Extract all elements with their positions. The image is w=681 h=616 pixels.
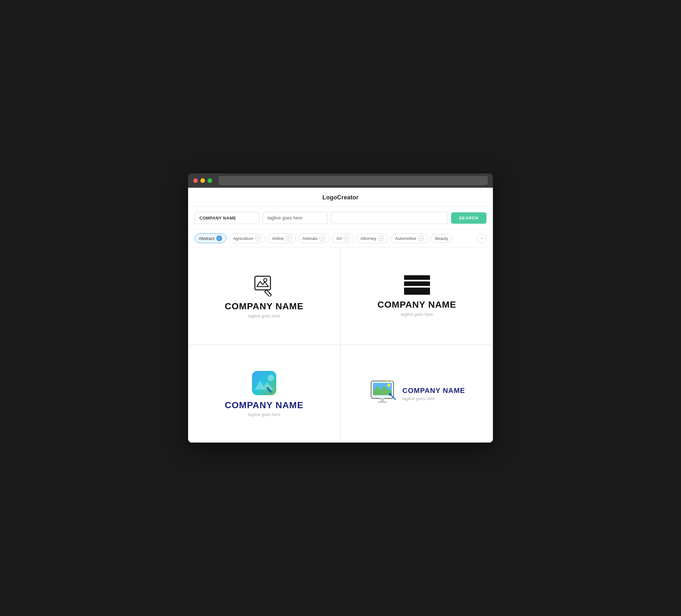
svg-rect-13 xyxy=(381,398,384,401)
filter-chip-abstract[interactable]: Abstract ✓ xyxy=(195,233,226,243)
svg-rect-0 xyxy=(255,276,271,290)
svg-point-1 xyxy=(263,279,267,282)
logo3-company-name: COMPANY NAME xyxy=(225,401,304,410)
logo-card-3[interactable]: COMPANY NAME tagline goes here xyxy=(188,345,340,442)
logo4-text-area: COMPANY NAME tagline goes here xyxy=(402,387,465,401)
minimize-button[interactable] xyxy=(200,178,205,183)
filter-chip-animals[interactable]: Animals ✓ xyxy=(298,233,329,243)
monitor-icon: ★ ★ xyxy=(369,379,398,409)
logo-card-2[interactable]: COMPANY NAME tagline goes here xyxy=(341,247,493,344)
stack-line-2 xyxy=(404,281,430,286)
logo2-company-name: COMPANY NAME xyxy=(377,300,456,310)
filter-label-automotive: Automotive xyxy=(395,236,416,241)
svg-point-10 xyxy=(387,384,390,387)
logo1-tagline: tagline goes here xyxy=(248,313,280,318)
stack-line-1 xyxy=(404,275,430,280)
filter-chip-automotive[interactable]: Automotive ✓ xyxy=(391,233,428,243)
app-container: LogoCreator SEARCH Abstract ✓ Agricultur… xyxy=(188,188,493,442)
filter-label-animals: Animals xyxy=(303,236,318,241)
check-icon-attorney: ✓ xyxy=(378,235,384,241)
check-icon-agriculture: ✓ xyxy=(255,235,261,241)
logo-icon-1 xyxy=(253,274,276,296)
filter-chip-airline[interactable]: Airline ✓ xyxy=(268,233,296,243)
browser-window: LogoCreator SEARCH Abstract ✓ Agricultur… xyxy=(188,174,493,442)
check-icon-airline: ✓ xyxy=(286,235,292,241)
logo4-tagline: tagline goes here xyxy=(402,396,465,401)
svg-rect-3 xyxy=(252,371,276,395)
filter-label-abstract: Abstract xyxy=(199,236,215,241)
logo-grid: COMPANY NAME tagline goes here COMPANY N… xyxy=(188,247,493,442)
filter-label-agriculture: Agriculture xyxy=(233,236,253,241)
svg-text:★: ★ xyxy=(390,380,393,383)
logo4-container: ★ ★ COMPANY NAME tagline goes here xyxy=(369,379,465,409)
company-name-input[interactable] xyxy=(195,212,259,224)
maximize-button[interactable] xyxy=(207,178,212,183)
logo4-company-name: COMPANY NAME xyxy=(402,387,465,394)
filter-label-airline: Airline xyxy=(272,236,284,241)
logo-card-4[interactable]: ★ ★ COMPANY NAME tagline goes here xyxy=(341,345,493,442)
filter-label-attorney: Attorney xyxy=(361,236,376,241)
filter-label-art: Art xyxy=(336,236,342,241)
logo-icon-2 xyxy=(404,275,430,295)
tagline-input[interactable] xyxy=(263,212,328,224)
filter-chip-attorney[interactable]: Attorney ✓ xyxy=(356,233,388,243)
logo1-company-name: COMPANY NAME xyxy=(225,302,304,312)
logo-card-1[interactable]: COMPANY NAME tagline goes here xyxy=(188,247,340,344)
svg-rect-14 xyxy=(378,401,387,403)
search-bar: SEARCH xyxy=(188,207,493,230)
check-icon-automotive: ✓ xyxy=(418,235,424,241)
filter-label-beauty: Beauty xyxy=(435,236,448,241)
check-icon-abstract: ✓ xyxy=(216,235,222,241)
search-button[interactable]: SEARCH xyxy=(451,212,486,224)
filter-next-button[interactable]: → xyxy=(477,233,486,243)
svg-point-16 xyxy=(389,393,392,395)
app-title: LogoCreator xyxy=(322,194,358,201)
filter-chip-art[interactable]: Art ✓ xyxy=(332,233,354,243)
svg-text:★: ★ xyxy=(385,380,388,383)
check-icon-animals: ✓ xyxy=(320,235,325,241)
browser-titlebar xyxy=(188,174,493,188)
app-header: LogoCreator xyxy=(188,188,493,207)
logo2-tagline: tagline goes here xyxy=(401,312,433,317)
stack-line-3 xyxy=(404,288,430,295)
logo-icon-3 xyxy=(252,371,276,395)
logo3-tagline: tagline goes here xyxy=(248,412,280,417)
check-icon-art: ✓ xyxy=(344,235,350,241)
filter-chip-agriculture[interactable]: Agriculture ✓ xyxy=(229,233,265,243)
filter-bar: Abstract ✓ Agriculture ✓ Airline ✓ Anima… xyxy=(188,230,493,247)
extra-search-input[interactable] xyxy=(331,212,448,224)
close-button[interactable] xyxy=(193,178,198,183)
url-bar[interactable] xyxy=(219,176,488,185)
filter-chip-beauty[interactable]: Beauty xyxy=(431,234,452,243)
svg-point-4 xyxy=(268,375,274,381)
